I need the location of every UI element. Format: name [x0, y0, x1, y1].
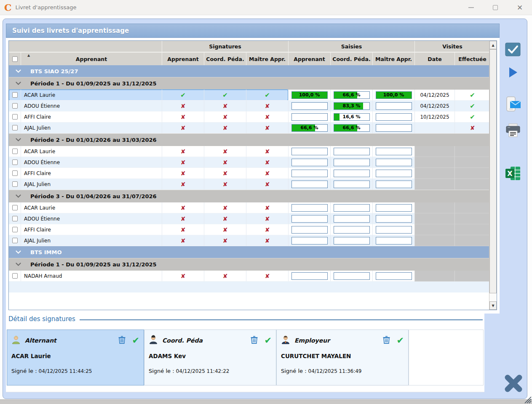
- row-checkbox[interactable]: [12, 238, 18, 243]
- progress-input[interactable]: [291, 159, 328, 166]
- progress-input[interactable]: [376, 102, 412, 110]
- progress-input[interactable]: [334, 170, 370, 177]
- progress-input[interactable]: 66,6 %: [334, 91, 370, 99]
- row-checkbox[interactable]: [12, 205, 18, 210]
- column-sai-maitre[interactable]: Maître Appr.: [372, 53, 414, 65]
- progress-input[interactable]: 66,6 %: [334, 124, 370, 132]
- print-button[interactable]: [504, 122, 522, 141]
- progress-input[interactable]: [291, 113, 328, 121]
- row-checkbox[interactable]: [12, 114, 18, 120]
- sort-asc-icon[interactable]: ▲: [27, 53, 30, 57]
- progress-input[interactable]: 66,6 %: [291, 124, 328, 132]
- group-row[interactable]: BTS IMMO: [9, 246, 490, 258]
- progress-input[interactable]: [291, 215, 328, 223]
- send-message-button[interactable]: [504, 96, 522, 114]
- progress-input[interactable]: [376, 226, 412, 234]
- validate-button[interactable]: [504, 41, 522, 60]
- table-row[interactable]: AJAL Julien✘✘✘66,6 %66,6 %✘: [9, 122, 490, 133]
- row-checkbox[interactable]: [12, 181, 18, 187]
- progress-input[interactable]: [291, 148, 328, 155]
- group-row[interactable]: BTS SIAO 25/27: [9, 65, 490, 77]
- table-row[interactable]: AFFI Claire✘✘✘: [9, 168, 490, 179]
- progress-input[interactable]: [334, 181, 370, 188]
- progress-input[interactable]: [334, 159, 370, 166]
- delete-signature-button[interactable]: [250, 335, 258, 346]
- progress-input[interactable]: [291, 181, 328, 188]
- table-row[interactable]: AJAL Julien✘✘✘: [9, 235, 490, 246]
- delete-signature-icon[interactable]: [118, 335, 126, 344]
- progress-input[interactable]: [334, 148, 370, 155]
- table-row[interactable]: AFFI Claire✘✘✘16,6 %10/12/2025✔: [9, 112, 490, 122]
- progress-input[interactable]: [334, 204, 370, 212]
- progress-input[interactable]: [376, 124, 412, 132]
- progress-input[interactable]: [376, 113, 412, 121]
- progress-input[interactable]: [291, 204, 328, 212]
- close-dialog-button[interactable]: [503, 373, 524, 394]
- play-button[interactable]: [504, 64, 522, 82]
- progress-input[interactable]: [376, 204, 412, 212]
- progress-input[interactable]: [291, 272, 328, 280]
- progress-input[interactable]: [291, 170, 328, 177]
- close-window-button[interactable]: ✕: [508, 0, 532, 15]
- table-row[interactable]: ACAR Laurie✘✘✘: [9, 202, 490, 213]
- table-row[interactable]: ADOU Étienne✘✘✘: [9, 157, 490, 168]
- table-row[interactable]: ACAR Laurie✔✔✔100,0 %66,6 %100,0 %04/12/…: [9, 90, 490, 101]
- progress-input[interactable]: [376, 272, 412, 280]
- row-checkbox[interactable]: [12, 216, 18, 221]
- row-checkbox[interactable]: [12, 227, 18, 232]
- progress-input[interactable]: [376, 181, 412, 188]
- row-checkbox[interactable]: [12, 125, 18, 130]
- table-row[interactable]: ADOU Étienne✘✘✘: [9, 213, 490, 224]
- progress-input[interactable]: [291, 237, 328, 245]
- progress-input[interactable]: [376, 215, 412, 223]
- scroll-up-button[interactable]: ▲: [489, 41, 497, 49]
- row-checkbox[interactable]: [12, 170, 18, 176]
- column-date[interactable]: Date: [414, 53, 454, 65]
- scrollbar-thumb[interactable]: [489, 49, 497, 293]
- column-sig-maitre[interactable]: Maître Appr.: [246, 53, 288, 65]
- table-row[interactable]: AFFI Claire✘✘✘: [9, 224, 490, 235]
- maximize-button[interactable]: [483, 0, 508, 15]
- vertical-scrollbar[interactable]: ▲ ▼: [489, 41, 497, 310]
- table-row[interactable]: AJAL Julien✘✘✘: [9, 179, 490, 190]
- row-checkbox[interactable]: [12, 159, 18, 165]
- table-row[interactable]: NADAH Arnaud✘✘✘: [9, 271, 490, 282]
- progress-input[interactable]: 16,6 %: [334, 113, 370, 121]
- minimize-button[interactable]: [459, 0, 483, 15]
- excel-button[interactable]: X: [504, 165, 522, 183]
- progress-input[interactable]: [334, 226, 370, 234]
- progress-input[interactable]: [334, 215, 370, 223]
- delete-signature-icon[interactable]: [250, 335, 258, 344]
- progress-input[interactable]: 100,0 %: [291, 91, 328, 99]
- progress-input[interactable]: [376, 237, 412, 245]
- delete-signature-button[interactable]: [118, 335, 126, 346]
- resize-grip[interactable]: [523, 395, 532, 404]
- row-checkbox[interactable]: [12, 103, 18, 109]
- row-checkbox[interactable]: [12, 92, 18, 98]
- progress-input[interactable]: [376, 159, 412, 166]
- column-sai-apprenant[interactable]: Apprenant: [288, 53, 330, 65]
- group-row[interactable]: Période 2 - Du 01/01/2026 au 31/03/2026: [9, 133, 490, 146]
- column-apprenant[interactable]: Apprenant: [21, 53, 162, 65]
- group-row[interactable]: Période 1 - Du 01/09/2025 au 31/12/2025: [9, 258, 490, 271]
- column-effectuee[interactable]: Effectuée: [454, 53, 490, 65]
- group-row[interactable]: Période 3 - Du 01/04/2026 au 31/07/2026: [9, 190, 490, 202]
- progress-input[interactable]: [334, 237, 370, 245]
- table-row[interactable]: ADOU Étienne✘✘✘83,3 %04/12/2025✔: [9, 101, 490, 112]
- column-sai-coord[interactable]: Coord. Péda.: [330, 53, 372, 65]
- progress-input[interactable]: 100,0 %: [376, 91, 412, 99]
- progress-input[interactable]: [334, 272, 370, 280]
- scroll-down-button[interactable]: ▼: [489, 301, 497, 310]
- group-row[interactable]: Période 1 - Du 01/09/2025 au 31/12/2025: [9, 77, 490, 90]
- delete-signature-icon[interactable]: [382, 335, 390, 344]
- delete-signature-button[interactable]: [382, 335, 390, 346]
- progress-input[interactable]: [291, 102, 328, 110]
- column-sig-apprenant[interactable]: Apprenant: [162, 53, 204, 65]
- column-sig-coord[interactable]: Coord. Péda.: [204, 53, 246, 65]
- progress-input[interactable]: [376, 148, 412, 155]
- row-checkbox[interactable]: [12, 273, 18, 279]
- progress-input[interactable]: [291, 226, 328, 234]
- progress-input[interactable]: 83,3 %: [334, 102, 370, 110]
- progress-input[interactable]: [376, 170, 412, 177]
- table-row[interactable]: ACAR Laurie✘✘✘: [9, 146, 490, 157]
